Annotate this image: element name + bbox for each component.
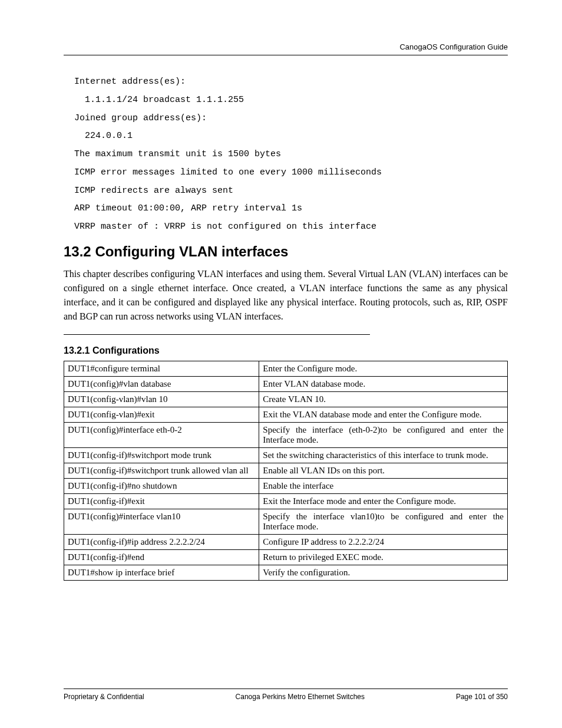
command-cell: DUT1(config)#vlan database	[64, 376, 259, 391]
command-cell: DUT1(config-vlan)#vlan 10	[64, 391, 259, 407]
description-cell: Configure IP address to 2.2.2.2/24	[259, 534, 508, 549]
subsection-heading: 13.2.1 Configurations	[64, 345, 508, 356]
header-rule	[64, 55, 508, 55]
description-cell: Exit the VLAN database mode and enter th…	[259, 407, 508, 422]
footer-left: Proprietary & Confidential	[64, 693, 144, 701]
table-row: DUT1(config-if)#endReturn to privileged …	[64, 549, 508, 565]
footer-right: Page 101 of 350	[456, 693, 508, 701]
command-cell: DUT1(config-if)#switchport trunk allowed…	[64, 463, 259, 478]
description-cell: Set the switching characteristics of thi…	[259, 447, 508, 463]
description-cell: Specify the interface vlan10)to be confi…	[259, 509, 508, 534]
section-heading: 13.2 Configuring VLAN interfaces	[64, 243, 508, 260]
command-cell: DUT1(config-if)#switchport mode trunk	[64, 447, 259, 463]
description-cell: Return to privileged EXEC mode.	[259, 549, 508, 565]
description-cell: Enter the Configure mode.	[259, 361, 508, 376]
command-cell: DUT1(config)#interface vlan10	[64, 509, 259, 534]
table-row: DUT1(config-if)#ip address 2.2.2.2/24Con…	[64, 534, 508, 549]
table-row: DUT1(config-if)#switchport trunk allowed…	[64, 463, 508, 478]
description-cell: Create VLAN 10.	[259, 391, 508, 407]
terminal-output: Internet address(es): 1.1.1.1/24 broadca…	[74, 73, 508, 236]
header-right-text: CanogaOS Configuration Guide	[64, 42, 508, 51]
table-row: DUT1(config-if)#exitExit the Interface m…	[64, 493, 508, 509]
command-cell: DUT1(config-vlan)#exit	[64, 407, 259, 422]
table-row: DUT1(config-vlan)#exitExit the VLAN data…	[64, 407, 508, 422]
section-divider	[64, 334, 370, 335]
command-cell: DUT1(config)#interface eth-0-2	[64, 422, 259, 447]
description-cell: Enable the interface	[259, 478, 508, 493]
command-cell: DUT1#show ip interface brief	[64, 565, 259, 580]
table-row: DUT1(config)#interface vlan10Specify the…	[64, 509, 508, 534]
table-row: DUT1(config-if)#switchport mode trunkSet…	[64, 447, 508, 463]
command-cell: DUT1(config-if)#no shutdown	[64, 478, 259, 493]
description-cell: Verify the configuration.	[259, 565, 508, 580]
command-cell: DUT1(config-if)#end	[64, 549, 259, 565]
command-cell: DUT1(config-if)#ip address 2.2.2.2/24	[64, 534, 259, 549]
description-cell: Enter VLAN database mode.	[259, 376, 508, 391]
footer-center: Canoga Perkins Metro Ethernet Switches	[236, 693, 365, 701]
table-row: DUT1(config-vlan)#vlan 10Create VLAN 10.	[64, 391, 508, 407]
description-cell: Enable all VLAN IDs on this port.	[259, 463, 508, 478]
intro-paragraph: This chapter describes configuring VLAN …	[64, 267, 508, 324]
table-row: DUT1#configure terminalEnter the Configu…	[64, 361, 508, 376]
description-cell: Specify the interface (eth-0-2)to be con…	[259, 422, 508, 447]
table-row: DUT1(config)#vlan databaseEnter VLAN dat…	[64, 376, 508, 391]
command-cell: DUT1(config-if)#exit	[64, 493, 259, 509]
description-cell: Exit the Interface mode and enter the Co…	[259, 493, 508, 509]
command-cell: DUT1#configure terminal	[64, 361, 259, 376]
table-row: DUT1#show ip interface briefVerify the c…	[64, 565, 508, 580]
table-row: DUT1(config-if)#no shutdownEnable the in…	[64, 478, 508, 493]
configurations-table: DUT1#configure terminalEnter the Configu…	[64, 361, 508, 581]
table-row: DUT1(config)#interface eth-0-2Specify th…	[64, 422, 508, 447]
page-footer: Proprietary & Confidential Canoga Perkin…	[64, 689, 508, 701]
